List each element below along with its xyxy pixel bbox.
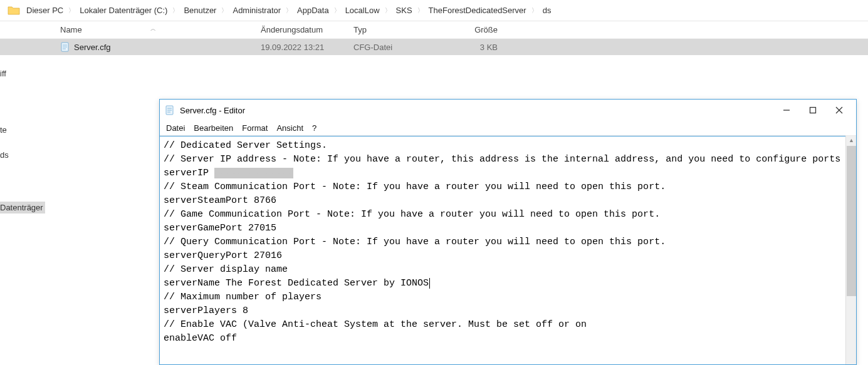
file-row[interactable]: Server.cfg 19.09.2022 13:21 CFG-Datei 3 … xyxy=(0,39,868,55)
chevron-right-icon: 〉 xyxy=(282,6,296,15)
editor-textarea[interactable]: // Dedicated Server Settings. // Server … xyxy=(160,136,845,364)
file-size: 3 KB xyxy=(435,43,510,52)
window-title: Server.cfg - Editor xyxy=(180,106,245,115)
file-icon xyxy=(60,42,70,52)
breadcrumb-item[interactable]: Administrator xyxy=(231,6,282,15)
chevron-right-icon: 〉 xyxy=(330,6,344,15)
text-cursor xyxy=(429,278,430,289)
close-button[interactable] xyxy=(834,105,845,116)
breadcrumb-item[interactable]: SKS xyxy=(395,6,414,15)
breadcrumb-item[interactable]: LocalLow xyxy=(344,6,381,15)
scrollbar[interactable] xyxy=(845,136,856,364)
chevron-right-icon: 〉 xyxy=(169,6,182,15)
menu-help[interactable]: ? xyxy=(312,123,316,133)
redacted-ip: xxx.xxx.xxx.xx xyxy=(214,168,293,178)
breadcrumb[interactable]: Dieser PC〉 Lokaler Datenträger (C:)〉 Ben… xyxy=(0,0,868,21)
breadcrumb-item[interactable]: Dieser PC xyxy=(25,6,65,15)
breadcrumb-item[interactable]: AppData xyxy=(296,6,330,15)
file-type: CFG-Datei xyxy=(353,43,435,52)
svg-rect-3 xyxy=(810,108,816,113)
breadcrumb-item[interactable]: Lokaler Datenträger (C:) xyxy=(78,6,169,15)
folder-icon xyxy=(8,6,20,16)
minimize-button[interactable] xyxy=(781,105,792,116)
menu-edit[interactable]: Bearbeiten xyxy=(194,123,233,133)
scrollbar-thumb[interactable] xyxy=(847,146,856,296)
file-list-header: Name ︿ Änderungsdatum Typ Größe xyxy=(0,21,868,39)
file-name: Server.cfg xyxy=(74,43,111,52)
column-date[interactable]: Änderungsdatum xyxy=(261,25,353,34)
menu-bar: Datei Bearbeiten Format Ansicht ? xyxy=(160,121,856,136)
breadcrumb-item[interactable]: ds xyxy=(541,6,553,15)
menu-view[interactable]: Ansicht xyxy=(276,123,303,133)
chevron-right-icon: 〉 xyxy=(381,6,395,15)
notepad-window: Server.cfg - Editor Datei Bearbeiten For… xyxy=(159,99,857,365)
column-type[interactable]: Typ xyxy=(353,25,435,34)
maximize-button[interactable] xyxy=(807,105,818,116)
file-date: 19.09.2022 13:21 xyxy=(261,43,353,52)
chevron-right-icon: 〉 xyxy=(217,6,231,15)
sidebar-fragment[interactable]: iff xyxy=(0,69,6,78)
sidebar-fragment[interactable]: ds xyxy=(0,150,9,160)
column-size[interactable]: Größe xyxy=(435,25,510,34)
breadcrumb-item[interactable]: Benutzer xyxy=(182,6,217,15)
sidebar-fragment[interactable]: te xyxy=(0,125,7,135)
column-name[interactable]: Name ︿ xyxy=(0,25,261,34)
breadcrumb-item[interactable]: TheForestDedicatedServer xyxy=(427,6,528,15)
menu-file[interactable]: Datei xyxy=(166,123,185,133)
chevron-right-icon: 〉 xyxy=(414,6,427,15)
menu-format[interactable]: Format xyxy=(242,123,268,133)
sort-indicator-icon: ︿ xyxy=(150,25,156,33)
notepad-icon xyxy=(165,105,175,115)
sidebar-fragment[interactable]: Datenträger xyxy=(0,202,45,213)
chevron-right-icon: 〉 xyxy=(65,6,78,15)
titlebar[interactable]: Server.cfg - Editor xyxy=(160,100,856,121)
chevron-right-icon: 〉 xyxy=(528,6,541,15)
